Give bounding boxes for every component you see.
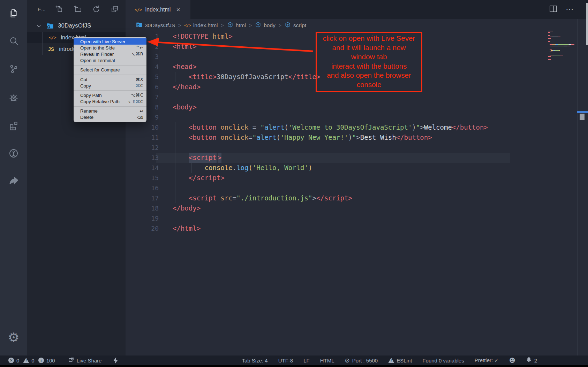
code-line-8[interactable]: 8<body>	[126, 102, 588, 112]
folder-row-30daysofjs[interactable]: 30DaysOfJS	[27, 20, 126, 31]
code-token: 'Hello, World'	[252, 163, 308, 173]
menu-item-copy-path[interactable]: Copy Path⌥⌘C	[74, 92, 146, 98]
code-token: "	[308, 193, 312, 203]
status-label: 100	[46, 358, 55, 364]
line-number: 20	[126, 223, 159, 234]
breadcrumb-item-script[interactable]: script	[285, 22, 306, 29]
search-icon	[8, 36, 19, 48]
status-live-server-port[interactable]: ⊘Port : 5500	[345, 358, 378, 364]
status-variables-found[interactable]: Found 0 variables	[422, 358, 464, 364]
code-line-16[interactable]: 16	[126, 183, 588, 193]
menu-item-open-with-live-server[interactable]: Open with Live Server	[74, 38, 146, 45]
overview-ruler	[577, 19, 578, 355]
breadcrumb-item-body[interactable]: body	[255, 22, 276, 29]
code-line-12[interactable]: 12	[126, 143, 588, 153]
code-line-15[interactable]: 15 </script>	[126, 173, 588, 183]
source-control-icon	[8, 64, 19, 76]
status-label: 2	[534, 358, 537, 364]
code-token: onclick	[220, 122, 252, 132]
activity-item-search[interactable]	[0, 32, 27, 52]
activity-item-explorer[interactable]	[0, 4, 27, 24]
menu-item-label: Delete	[80, 115, 93, 120]
status-info-count[interactable]: i100	[38, 358, 55, 364]
code-line-10[interactable]: 10 <button onclick = "alert('Welcome to …	[126, 122, 588, 132]
breadcrumb-item-index.html[interactable]: </>index.html	[184, 22, 218, 29]
code-token: <title>	[189, 72, 217, 82]
more-actions-icon[interactable]: ⋯	[566, 5, 574, 14]
scrollbar-thumb[interactable]	[580, 114, 585, 120]
status-tab-size[interactable]: Tab Size: 4	[242, 358, 267, 364]
activity-item-run-debug[interactable]	[0, 89, 27, 108]
activity-item-live-share[interactable]	[0, 144, 27, 164]
menu-item-reveal-in-finder[interactable]: Reveal in Finder⌥⌘R	[74, 51, 146, 57]
refresh-explorer-button[interactable]	[92, 5, 100, 15]
code-line-18[interactable]: 18</body>	[126, 203, 588, 213]
minimap-line	[548, 35, 576, 36]
activity-item-live-server[interactable]	[0, 172, 27, 192]
status-label: Found 0 variables	[422, 358, 464, 364]
annotation-line: interact with the buttons	[317, 62, 421, 71]
status-prettier[interactable]: Prettier: ✓	[475, 357, 499, 364]
warning-icon: !	[388, 358, 394, 363]
annotation-line: and also open the browser	[317, 71, 421, 80]
status-encoding[interactable]: UTF-8	[278, 358, 293, 364]
breadcrumb-item-30DaysOfJS[interactable]: 30DaysOfJS	[136, 22, 175, 29]
menu-item-cut[interactable]: Cut⌘X	[74, 76, 146, 83]
status-quick-action[interactable]	[113, 357, 118, 364]
code-token: <button	[189, 122, 221, 132]
breadcrumb-item-html[interactable]: html	[227, 22, 246, 29]
code-line-14[interactable]: 14 console.log('Hello, World')	[126, 163, 588, 173]
code-token: (	[284, 122, 288, 132]
html-file-icon: </>	[184, 23, 191, 28]
breadcrumb-label: script	[293, 22, 306, 29]
code-line-9[interactable]: 9	[126, 112, 588, 122]
indent-guide	[42, 32, 43, 55]
status-warnings[interactable]: !0	[23, 358, 34, 364]
code-line-7[interactable]: 7	[126, 92, 588, 102]
status-eol[interactable]: LF	[303, 358, 310, 364]
code-line-20[interactable]: 20</html>	[126, 223, 588, 234]
minimap-line	[548, 43, 576, 43]
code-line-19[interactable]: 19	[126, 213, 588, 223]
new-file-button[interactable]	[55, 5, 63, 15]
activity-item-extensions[interactable]	[0, 116, 27, 136]
split-editor-icon[interactable]	[549, 4, 558, 15]
menu-item-copy[interactable]: Copy⌘C	[74, 83, 146, 89]
menu-item-rename[interactable]: Rename↩	[74, 108, 146, 114]
status-errors[interactable]: ✕0	[8, 358, 19, 364]
activity-item-settings[interactable]: ⚙	[0, 328, 27, 347]
annotation-line: and it will launch a new	[317, 43, 421, 53]
menu-item-copy-relative-path[interactable]: Copy Relative Path⌥⇧⌘C	[74, 99, 146, 105]
annotation-line: click on open with Live Sever	[317, 34, 421, 43]
close-icon[interactable]: ×	[176, 6, 180, 14]
code-line-11[interactable]: 11 <button onclick="alert('Happy New Yea…	[126, 132, 588, 143]
code-line-13[interactable]: 13 <script>	[126, 153, 588, 163]
breadcrumb-label: html	[236, 22, 246, 29]
js-file-icon: JS	[48, 46, 54, 52]
code-token: 'Welcome to 30DaysOfJavaScript'	[288, 122, 412, 132]
menu-item-delete[interactable]: Delete⌫	[74, 114, 146, 121]
activity-item-source-control[interactable]	[0, 60, 27, 79]
menu-item-open-to-the-side[interactable]: Open to the Side^↩	[74, 45, 146, 51]
minimap[interactable]	[548, 31, 576, 61]
menu-item-select-for-compare[interactable]: Select for Compare	[74, 67, 146, 73]
tab-index-html[interactable]: </> index.html ×	[126, 0, 190, 19]
minimap-line	[548, 46, 576, 46]
status-feedback[interactable]: ☻	[509, 358, 515, 364]
status-live-share[interactable]: Live Share	[68, 357, 102, 364]
folder-icon	[46, 22, 54, 30]
line-number: 13	[126, 153, 159, 163]
status-language-mode[interactable]: HTML	[320, 358, 334, 364]
code-line-17[interactable]: 17 <script src="./introduction.js"></scr…	[126, 193, 588, 203]
collapse-folders-button[interactable]	[111, 5, 119, 15]
new-folder-button[interactable]	[74, 5, 82, 15]
code-token: (	[248, 163, 252, 173]
status-notifications[interactable]: 2	[526, 357, 537, 364]
html-file-icon: </>	[135, 7, 142, 12]
error-icon: ✕	[8, 358, 14, 363]
line-number: 11	[126, 132, 159, 143]
status-eslint[interactable]: !ESLint	[388, 358, 412, 364]
live-share-icon	[8, 148, 19, 160]
minimap-line	[548, 59, 576, 60]
menu-item-open-in-terminal[interactable]: Open in Terminal	[74, 58, 146, 64]
